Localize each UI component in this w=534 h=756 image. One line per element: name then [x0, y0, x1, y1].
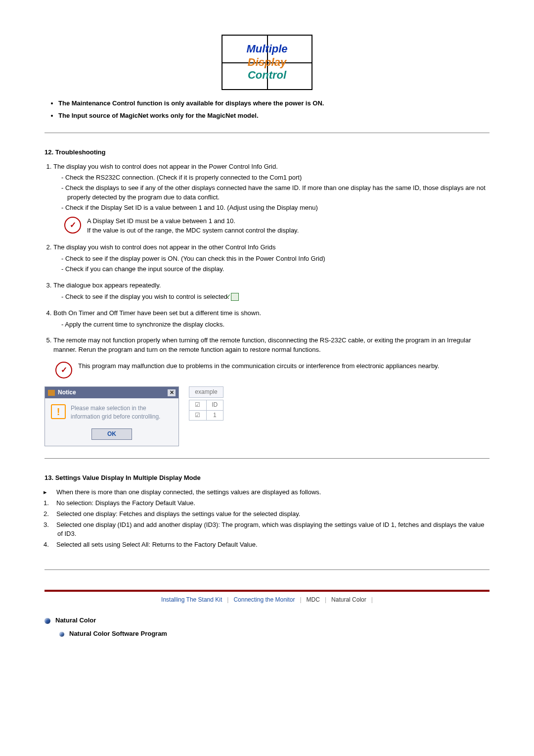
ts4-sub: Apply the current time to synchronize th…	[61, 320, 490, 330]
example-id-value: 1	[206, 410, 223, 420]
ts-item-4: Both On Timer and Off Timer have been se…	[53, 309, 490, 330]
example-id-header: ID	[206, 400, 223, 410]
tip-check-icon: ✓	[64, 217, 81, 234]
example-check-cell: ☑	[189, 400, 207, 410]
ts2-head: The display you wish to control does not…	[53, 243, 275, 251]
arrow-icon: ▸	[50, 488, 56, 497]
ts1-tip-line1: A Display Set ID must be a value between…	[87, 217, 490, 226]
section-13-body: ▸When there is more than one display con…	[50, 488, 490, 550]
ts2-sub: Check if you can change the input source…	[61, 265, 490, 274]
divider	[44, 133, 490, 133]
warning-icon: !	[51, 404, 66, 419]
s13-item: Selected all sets using Select All: Retu…	[56, 541, 258, 548]
ts3-sub-text: Check to see if the display you wish to …	[65, 293, 229, 300]
top-notes: The Maintenance Control function is only…	[44, 99, 490, 121]
divider	[44, 569, 490, 570]
breadcrumb: Installing The Stand Kit | Connecting th…	[44, 590, 490, 604]
ts4-head: Both On Timer and Off Timer have been se…	[53, 309, 261, 317]
natural-color-subheading: Natural Color Software Program	[59, 629, 490, 639]
ts1-sub: Check the displays to see if any of the …	[61, 184, 490, 202]
s13-lead: When there is more than one display conn…	[56, 488, 321, 496]
ok-button[interactable]: OK	[91, 428, 132, 440]
breadcrumb-link[interactable]: Installing The Stand Kit	[161, 596, 222, 604]
divider	[44, 458, 490, 459]
example-check-cell: ☑	[189, 410, 207, 420]
s13-item: No selection: Displays the Factory Defau…	[56, 499, 195, 507]
dialog-app-icon	[48, 390, 55, 396]
ts2-sublist: Check to see if the display power is ON.…	[53, 254, 490, 274]
final-tip-text: This program may malfunction due to prob…	[78, 362, 490, 371]
ts4-sublist: Apply the current time to synchronize th…	[53, 320, 490, 330]
mdc-logo: Multiple Display Control	[222, 35, 312, 90]
ts5-head: The remote may not function properly whe…	[53, 336, 471, 353]
ts1-sub: Check if the Display Set ID is a value b…	[61, 203, 490, 213]
example-label: example	[189, 386, 223, 398]
nc-title: Natural Color	[55, 616, 96, 625]
ts-item-2: The display you wish to control does not…	[53, 243, 490, 274]
close-icon[interactable]: ✕	[168, 389, 176, 396]
ts1-tip-line2: If the value is out of the range, the MD…	[87, 226, 490, 236]
ts3-head: The dialogue box appears repeatedly.	[53, 282, 161, 289]
section-13-title: 13. Settings Value Display In Multiple D…	[44, 473, 490, 483]
dialog-message: Please make selection in the information…	[71, 404, 173, 420]
ts-item-1: The display you wish to control does not…	[53, 162, 490, 236]
note-item: The Maintenance Control function is only…	[58, 99, 490, 108]
checkbox-icon	[231, 293, 239, 301]
notice-dialog: Notice ✕ ! Please make selection in the …	[44, 386, 179, 446]
ts1-head: The display you wish to control does not…	[53, 163, 278, 170]
example-grid: example ☑ ID ☑ 1	[189, 386, 223, 421]
s13-item: Selected one display (ID1) and add anoth…	[56, 521, 484, 538]
breadcrumb-current: Natural Color	[331, 596, 366, 604]
ts3-sublist: Check to see if the display you wish to …	[53, 292, 490, 302]
section-12-title: 12. Troubleshooting	[44, 148, 490, 157]
bullet-icon	[44, 618, 50, 624]
dialog-title-text: Notice	[58, 388, 76, 397]
ts3-sub: Check to see if the display you wish to …	[61, 292, 490, 302]
natural-color-heading: Natural Color	[44, 616, 490, 625]
breadcrumb-link[interactable]: Connecting the Monitor	[233, 596, 295, 604]
breadcrumb-link[interactable]: MDC	[307, 596, 320, 604]
troubleshooting-list: The display you wish to control does not…	[44, 162, 490, 355]
ts-item-5: The remote may not function properly whe…	[53, 336, 490, 355]
nc-sub-title: Natural Color Software Program	[69, 629, 167, 639]
ts1-sublist: Check the RS232C connection. (Check if i…	[53, 173, 490, 212]
logo-word-1: Multiple	[246, 43, 287, 55]
note-item: The Input source of MagicNet works only …	[58, 111, 490, 121]
logo-word-3: Control	[248, 69, 286, 82]
ts1-sub: Check the RS232C connection. (Check if i…	[61, 173, 490, 183]
ts1-tip: ✓ A Display Set ID must be a value betwe…	[64, 217, 490, 236]
tip-check-icon: ✓	[55, 362, 72, 378]
bullet-icon	[59, 632, 64, 637]
ts2-sub: Check to see if the display power is ON.…	[61, 254, 490, 264]
ts-item-3: The dialogue box appears repeatedly. Che…	[53, 281, 490, 302]
logo-word-2: Display	[248, 56, 286, 69]
final-tip: ✓ This program may malfunction due to pr…	[55, 362, 490, 378]
s13-item: Selected one display: Fetches and displa…	[56, 510, 300, 518]
